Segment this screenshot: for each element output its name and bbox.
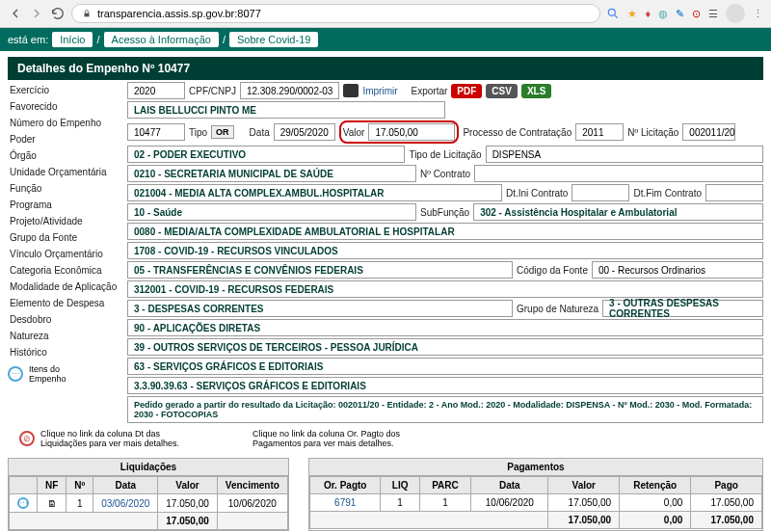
- url-text: transparencia.assis.sp.gov.br:8077: [97, 8, 261, 19]
- sb-favorecido: Favorecido: [8, 98, 123, 115]
- fld-historico: Pedido gerado a partir do resultado da L…: [127, 396, 763, 423]
- fld-valor: 17.050,00: [368, 123, 455, 141]
- fld-grupofonte: 05 - TRANSFERÊNCIAS E CONVÊNIOS FEDERAIS: [127, 261, 513, 279]
- star-icon[interactable]: ★: [627, 8, 637, 20]
- hint-pag: Clique no link da coluna Or. Pagto dos P…: [253, 429, 426, 448]
- liq-h3: Data: [93, 477, 158, 494]
- liq-data[interactable]: 03/06/2020: [93, 494, 158, 513]
- breadcrumb: está em: Início/ Acesso à Informação/ So…: [0, 28, 771, 51]
- sb-categoria: Categoria Econômica: [8, 262, 123, 279]
- print-link[interactable]: Imprimir: [362, 86, 397, 96]
- pag-h2: PARC: [419, 477, 470, 494]
- url-bar[interactable]: transparencia.assis.sp.gov.br:8077: [71, 4, 600, 23]
- search-ext-icon[interactable]: [606, 7, 620, 20]
- sb-exercicio: Exercício: [8, 82, 123, 98]
- sb-modalidade: Modalidade de Aplicação: [8, 279, 123, 295]
- lbl-nlic: Nº Licitação: [627, 127, 678, 138]
- sb-unidade: Unidade Orçamentária: [8, 164, 123, 180]
- fld-codfonte: 00 - Recursos Ordinarios: [592, 261, 763, 279]
- liq-total: 17.050,00: [158, 513, 218, 530]
- forward-icon[interactable]: [29, 6, 44, 21]
- list-icon[interactable]: ☰: [708, 8, 718, 20]
- breadcrumb-acesso[interactable]: Acesso à Informação: [104, 32, 219, 47]
- pag-tvalor: 17.050,00: [548, 512, 620, 529]
- reload-icon[interactable]: [50, 6, 66, 21]
- fld-gnat: 3 - OUTRAS DESPESAS CORRENTES: [602, 300, 763, 317]
- sidebar: Exercício Favorecido Número do Empenho P…: [8, 82, 123, 423]
- liq-nf[interactable]: 🗎: [38, 494, 66, 513]
- sb-historico: Histórico: [8, 344, 123, 360]
- liq-detail-icon[interactable]: ⋯: [17, 497, 29, 509]
- fld-proc: 2011: [575, 123, 624, 141]
- print-icon[interactable]: [343, 84, 359, 97]
- fld-modalidade: 90 - APLICAÇÕES DIRETAS: [127, 319, 763, 336]
- lbl-ncontrato: Nº Contrato: [420, 169, 470, 179]
- avatar-icon[interactable]: [726, 4, 745, 23]
- liq-venc: 10/06/2020: [217, 494, 287, 513]
- drop-icon[interactable]: ♦: [645, 8, 651, 19]
- fld-data: 29/05/2020: [274, 123, 335, 141]
- breadcrumb-inicio[interactable]: Início: [52, 32, 93, 47]
- lbl-data: Data: [250, 127, 270, 138]
- fld-funcao: 10 - Saúde: [127, 203, 416, 221]
- doc-icon: 🗎: [47, 498, 57, 509]
- export-xls[interactable]: XLS: [521, 84, 551, 98]
- liq-total-row: 17.050,00: [10, 513, 288, 530]
- sb-desdobro: Desdobro: [8, 311, 123, 328]
- liq-title: Liquidações: [9, 459, 288, 476]
- pag-tpago: 17.050,00: [691, 512, 762, 529]
- fld-desdobro: 63 - SERVIÇOS GRÁFICOS E EDITORIAIS: [127, 358, 763, 375]
- pag-h3: Data: [471, 477, 548, 494]
- pag-data: 10/06/2020: [471, 494, 548, 512]
- logo-icon[interactable]: ⊙: [692, 8, 701, 20]
- menu-icon[interactable]: ⋮: [753, 8, 763, 20]
- sb-orgao: Órgão: [8, 147, 123, 164]
- circle-ext-icon[interactable]: ◍: [658, 8, 668, 20]
- sb-itens: Itens do Empenho: [29, 364, 66, 384]
- export-csv[interactable]: CSV: [486, 84, 518, 98]
- lbl-exportar: Exportar: [412, 86, 448, 96]
- pag-valor: 17.050,00: [548, 494, 620, 512]
- liq-h4: Valor: [158, 477, 218, 494]
- hint-liq-icon[interactable]: ⊘: [19, 431, 35, 446]
- lbl-codfonte: Código da Fonte: [517, 265, 588, 276]
- sb-poder: Poder: [8, 131, 123, 147]
- sb-numero: Número do Empenho: [8, 115, 123, 131]
- items-icon[interactable]: ⋯: [8, 366, 23, 382]
- export-pdf[interactable]: PDF: [451, 84, 482, 98]
- sb-funcao: Função: [8, 180, 123, 197]
- liq-h0: [10, 477, 38, 494]
- extension-icons: ★ ♦ ◍ ✎ ⊙ ☰ ⋮: [606, 4, 763, 23]
- back-icon[interactable]: [8, 6, 23, 21]
- sb-projeto: Projeto/Atividade: [8, 213, 123, 229]
- sb-grupofonte: Grupo da Fonte: [8, 229, 123, 246]
- breadcrumb-label: está em:: [8, 34, 48, 45]
- breadcrumb-covid[interactable]: Sobre Covid-19: [229, 32, 318, 47]
- table-pagamentos: Pagamentos Or. Pagto LIQ PARC Data Valor…: [308, 458, 763, 531]
- liq-n: 1: [66, 494, 93, 513]
- fld-programa: 0080 - MEDIA/ALTA COMPLEXIDADE AMBULATOR…: [127, 223, 763, 240]
- highlight-valor: Valor 17.050,00: [339, 120, 460, 144]
- lbl-dtfim: Dt.Fim Contrato: [633, 188, 702, 199]
- pag-title: Pagamentos: [309, 459, 762, 476]
- liq-row: ⋯ 🗎 1 03/06/2020 17.050,00 10/06/2020: [10, 494, 288, 513]
- lbl-proc: Processo de Contratação: [463, 127, 572, 138]
- pag-pago: 17.050,00: [691, 494, 762, 512]
- pen-icon[interactable]: ✎: [676, 8, 684, 20]
- liq-h5: Vencimento: [217, 477, 287, 494]
- main-panel: 2020 CPF/CNPJ 12.308.290/0002-03 Imprimi…: [127, 82, 763, 423]
- fld-tipo: OR: [211, 125, 234, 139]
- hint-liq: Clique no link da coluna Dt das Liquidaç…: [40, 429, 195, 448]
- liq-h1: NF: [38, 477, 66, 494]
- liq-valor: 17.050,00: [158, 494, 218, 513]
- pag-or[interactable]: 6791: [309, 494, 381, 512]
- sb-natureza: Natureza: [8, 328, 123, 344]
- fld-subf: 302 - Assistência Hospitalar e Ambulator…: [473, 203, 763, 221]
- pag-liq: 1: [381, 494, 419, 512]
- sb-vinculo: Vínculo Orçamentário: [8, 246, 123, 262]
- fld-exercicio: 2020: [127, 82, 185, 99]
- svg-rect-0: [85, 13, 90, 17]
- fld-cpf: 12.308.290/0002-03: [240, 82, 340, 99]
- liq-h2: Nº: [66, 477, 93, 494]
- pag-h1: LIQ: [381, 477, 419, 494]
